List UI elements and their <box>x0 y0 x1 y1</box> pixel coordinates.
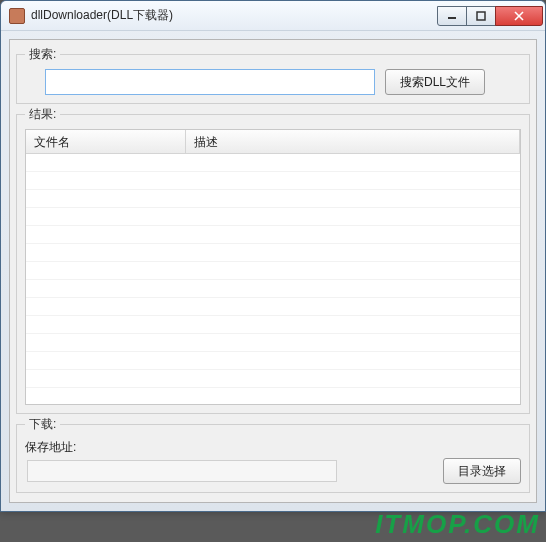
search-input[interactable] <box>45 69 375 95</box>
window-controls <box>438 6 543 26</box>
app-icon <box>9 8 25 24</box>
svg-rect-1 <box>477 12 485 20</box>
browse-button[interactable]: 目录选择 <box>443 458 521 484</box>
save-path-label: 保存地址: <box>25 439 76 456</box>
search-row: 搜索DLL文件 <box>25 69 521 95</box>
save-path-field[interactable] <box>27 460 337 482</box>
close-button[interactable] <box>495 6 543 26</box>
app-window: dllDownloader(DLL下载器) 搜索: 搜索DLL文件 结果: <box>0 0 546 512</box>
results-legend: 结果: <box>25 106 60 123</box>
watermark-text: ITMOP.COM <box>375 509 540 540</box>
window-title: dllDownloader(DLL下载器) <box>31 7 438 24</box>
client-area: 搜索: 搜索DLL文件 结果: 文件名 描述 下载: 保存地址: <box>9 39 537 503</box>
listview-header: 文件名 描述 <box>26 130 520 154</box>
results-group: 结果: 文件名 描述 <box>16 106 530 414</box>
download-row-2: 目录选择 <box>25 458 521 484</box>
titlebar[interactable]: dllDownloader(DLL下载器) <box>1 1 545 31</box>
results-listview[interactable]: 文件名 描述 <box>25 129 521 405</box>
search-legend: 搜索: <box>25 46 60 63</box>
close-icon <box>513 11 525 21</box>
maximize-icon <box>476 11 486 21</box>
minimize-icon <box>447 11 457 21</box>
download-legend: 下载: <box>25 416 60 433</box>
column-filename[interactable]: 文件名 <box>26 130 186 153</box>
column-description[interactable]: 描述 <box>186 130 520 153</box>
search-button[interactable]: 搜索DLL文件 <box>385 69 485 95</box>
download-group: 下载: 保存地址: 目录选择 <box>16 416 530 493</box>
listview-body[interactable] <box>26 154 520 404</box>
maximize-button[interactable] <box>466 6 496 26</box>
minimize-button[interactable] <box>437 6 467 26</box>
search-group: 搜索: 搜索DLL文件 <box>16 46 530 104</box>
download-row: 保存地址: <box>25 439 521 456</box>
